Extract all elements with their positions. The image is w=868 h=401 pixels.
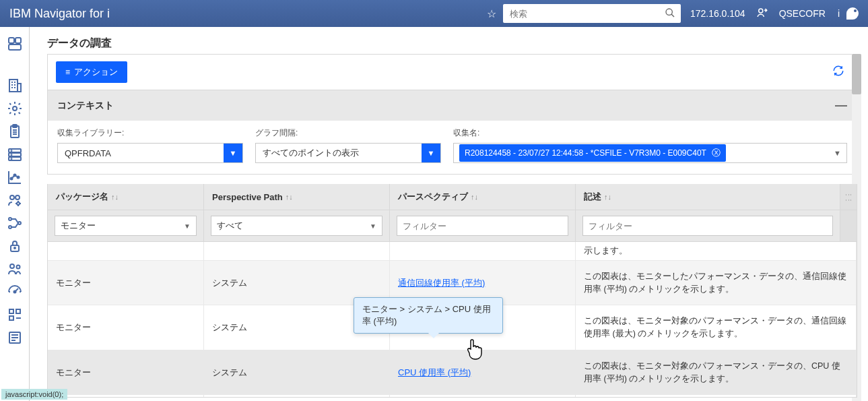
col-options[interactable]: ⋮⋮ (840, 184, 857, 210)
svg-rect-41 (9, 309, 13, 313)
nav-performance-icon[interactable] (0, 280, 30, 303)
nav-dashboard-icon[interactable] (0, 32, 30, 55)
search-box (503, 4, 681, 23)
nav-lock-icon[interactable] (0, 235, 30, 257)
svg-point-2 (758, 9, 762, 13)
chevron-down-icon: ▼ (184, 222, 191, 230)
collection-chip: R208124458 - 23/07/27 12:44:58 - *CSFILE… (459, 144, 726, 162)
nav-modules-icon[interactable] (0, 303, 30, 326)
svg-point-33 (18, 222, 21, 224)
sort-icon: ↑↓ (604, 193, 611, 201)
user-name: QSECOFR (779, 8, 826, 19)
interval-select[interactable]: すべてのポイントの表示 ▼ (255, 143, 441, 163)
info-icon[interactable]: i (838, 8, 840, 19)
menu-icon: ≡ (65, 67, 70, 77)
nav-chart-icon[interactable] (0, 166, 30, 189)
leftnav (0, 27, 30, 401)
chevron-down-icon: ▼ (422, 144, 440, 162)
nav-people-icon[interactable] (0, 257, 30, 280)
action-row: ≡ アクション (47, 54, 857, 90)
svg-point-35 (14, 247, 15, 249)
svg-line-1 (671, 14, 674, 17)
sort-icon: ↑↓ (471, 193, 478, 201)
svg-point-31 (9, 218, 11, 220)
svg-point-22 (11, 150, 12, 151)
grid-filter-row: モニター▼ すべて▼ (48, 210, 857, 242)
table-row: 示します。 (48, 242, 857, 261)
nav-clipboard-icon[interactable] (0, 120, 30, 143)
grid-header: パッケージ名↑↓ Perspective Path↑↓ パースペクティブ↑↓ 記… (48, 184, 857, 210)
col-description[interactable]: 記述↑↓ (576, 184, 840, 210)
svg-rect-43 (9, 316, 13, 320)
nav-users-gear-icon[interactable] (0, 189, 30, 212)
favorites-icon[interactable]: ☆ (487, 7, 496, 20)
search-input[interactable] (503, 4, 681, 23)
chevron-down-icon: ▼ (370, 222, 376, 230)
filter-path-select[interactable]: すべて▼ (211, 216, 382, 236)
interval-label: グラフ間隔: (255, 127, 441, 139)
svg-rect-4 (15, 38, 21, 43)
topbar: IBM Navigator for i ☆ 172.16.0.104 QSECO… (0, 0, 868, 27)
nav-list-icon[interactable] (0, 326, 30, 349)
brand-title: IBM Navigator for i (9, 7, 110, 21)
table-row[interactable]: モニター システム CPU 使用率 (平均) この図表は、モニター対象のパフォー… (48, 350, 857, 396)
context-panel: コンテキスト — 収集ライブラリー: QPFRDATA ▼ グラフ間隔: (47, 90, 857, 175)
filter-package-select[interactable]: モニター▼ (55, 216, 197, 236)
collection-label: 収集名: (453, 127, 847, 139)
collapse-icon[interactable]: — (835, 98, 847, 113)
svg-point-36 (10, 264, 14, 268)
user-switch-icon[interactable] (756, 7, 768, 21)
svg-rect-5 (9, 44, 21, 50)
svg-point-0 (666, 9, 672, 15)
refresh-icon[interactable] (832, 65, 844, 80)
svg-rect-6 (9, 80, 18, 92)
nav-gear-icon[interactable] (0, 97, 30, 120)
actions-button[interactable]: ≡ アクション (56, 61, 127, 83)
filter-perspective-input[interactable] (397, 216, 568, 236)
chevron-down-icon: ▼ (224, 144, 242, 162)
nav-network-icon[interactable] (0, 212, 30, 235)
svg-point-30 (17, 202, 20, 205)
library-label: 収集ライブラリー: (57, 127, 243, 139)
svg-point-24 (11, 158, 12, 159)
data-grid: パッケージ名↑↓ Perspective Path↑↓ パースペクティブ↑↓ 記… (47, 184, 857, 398)
svg-point-38 (14, 291, 16, 293)
svg-point-32 (9, 226, 11, 228)
svg-point-23 (11, 154, 12, 155)
sort-icon: ↑↓ (286, 193, 293, 201)
nav-server-icon[interactable] (0, 143, 30, 166)
table-row[interactable]: モニター システム CPU 使用率 (対話式ジョブ) この図表は、モニター対象の… (48, 395, 857, 397)
library-select[interactable]: QPFRDATA ▼ (57, 143, 243, 163)
status-bar: javascript:void(0); (1, 389, 67, 400)
perspective-link[interactable]: CPU 使用率 (平均) (398, 367, 471, 379)
svg-rect-42 (16, 309, 20, 313)
collection-select[interactable]: R208124458 - 23/07/27 12:44:58 - *CSFILE… (453, 143, 847, 163)
search-icon[interactable] (665, 7, 675, 20)
sort-icon: ↑↓ (111, 193, 119, 201)
svg-rect-3 (9, 38, 14, 43)
svg-point-37 (17, 266, 20, 269)
remove-chip-icon[interactable]: ⓧ (712, 147, 721, 159)
ip-address: 172.16.0.104 (690, 8, 745, 19)
svg-point-28 (10, 195, 14, 199)
col-package[interactable]: パッケージ名↑↓ (48, 184, 204, 210)
svg-point-13 (13, 106, 17, 111)
page-title: データの調査 (47, 36, 856, 51)
col-path[interactable]: Perspective Path↑↓ (204, 184, 390, 210)
tooltip: モニター > システム > CPU 使用率 (平均) (354, 297, 503, 334)
logo-icon (846, 7, 859, 20)
svg-point-29 (15, 195, 20, 199)
context-header[interactable]: コンテキスト — (48, 90, 857, 121)
perspective-link[interactable]: 通信回線使用率 (平均) (398, 277, 485, 289)
col-perspective[interactable]: パースペクティブ↑↓ (390, 184, 576, 210)
filter-description-input[interactable] (582, 216, 833, 236)
nav-building-icon[interactable] (0, 74, 30, 97)
chevron-down-icon: ▼ (834, 149, 841, 157)
cursor-hand-icon (464, 336, 487, 363)
